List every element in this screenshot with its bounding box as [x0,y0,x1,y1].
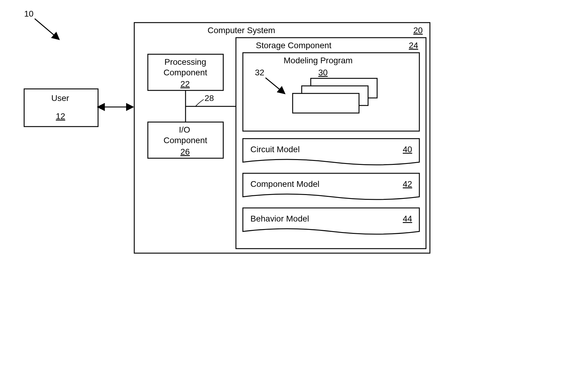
modeling-program-ref: 30 [318,68,328,77]
system-diagram: 10 User 12 Computer System 20 Processing… [0,0,447,286]
bus-ref: 28 [205,93,214,103]
behavior-model-doc: Behavior Model 44 [243,208,419,234]
circuit-model-doc: Circuit Model 40 [243,139,419,165]
storage-label: Storage Component [256,41,332,50]
io-ref: 26 [180,147,190,156]
component-model-ref: 42 [403,179,412,189]
io-label-2: Component [164,136,207,145]
figure-ref-arrow [35,19,59,39]
behavior-model-label: Behavior Model [250,214,309,223]
module-stack-icon [293,78,377,113]
processing-label-1: Processing [164,57,206,67]
behavior-model-ref: 44 [403,214,412,223]
modeling-program-box: Modeling Program 30 32 [243,53,419,131]
stack-ref: 32 [255,68,264,77]
component-model-doc: Component Model 42 [243,173,419,199]
component-model-label: Component Model [250,179,319,189]
storage-ref: 24 [409,41,418,50]
io-label-1: I/O [179,125,190,134]
circuit-model-label: Circuit Model [250,145,300,154]
stack-ref-arrow [265,78,284,93]
svg-rect-10 [293,93,359,113]
computer-system-ref: 20 [413,26,423,35]
computer-system-label: Computer System [208,26,275,35]
processing-box: Processing Component 22 [148,54,223,90]
bus: 28 [186,90,236,122]
user-ref: 12 [56,112,65,121]
modeling-program-label: Modeling Program [284,56,353,65]
io-box: I/O Component 26 [148,122,223,158]
circuit-model-ref: 40 [403,145,412,154]
user-box: User 12 [24,89,98,127]
processing-ref: 22 [180,79,190,89]
processing-label-2: Component [164,68,207,77]
user-label: User [51,93,69,103]
figure-ref: 10 [24,9,33,18]
